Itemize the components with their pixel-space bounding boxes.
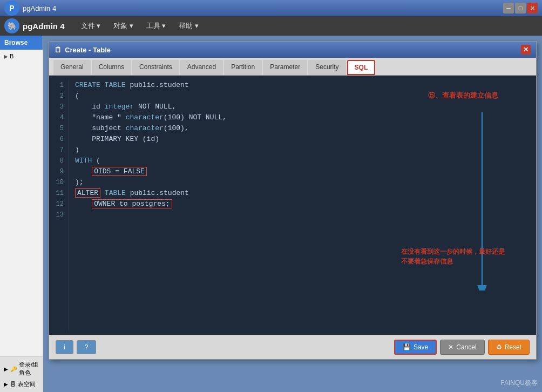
- dialog-title-icon: 🗒: [55, 46, 62, 54]
- dialog-title-bar: 🗒 Create - Table ✕: [49, 42, 536, 58]
- window-controls[interactable]: ─ □ ✕: [503, 3, 538, 13]
- code-line-5: subject character(100),: [75, 123, 411, 134]
- menu-file[interactable]: 文件 ▾: [76, 19, 106, 33]
- close-button[interactable]: ✕: [527, 3, 538, 13]
- code-line-1: CREATE TABLE public.student: [75, 80, 411, 91]
- sidebar-item-login-role[interactable]: ▶ 🔑 登录/组角色: [2, 359, 40, 379]
- menu-help[interactable]: 帮助 ▾: [173, 19, 204, 33]
- sidebar: Browse ▶ B ▶ 🔑 登录/组角色 ▶ 🗄 表空间: [0, 36, 43, 392]
- save-icon: 💾: [403, 343, 411, 351]
- sql-editor[interactable]: 1 2 3 4 5 6 7 8 9 10 11 12 13 CREATE TAB…: [49, 76, 536, 335]
- code-line-4: "name " character(100) NOT NULL,: [75, 112, 411, 123]
- info-button[interactable]: i: [56, 340, 73, 354]
- annotation-top-text: ⑤、查看表的建立信息: [428, 91, 498, 100]
- tablespace-label: 表空间: [18, 380, 36, 388]
- tab-constraints[interactable]: Constraints: [132, 60, 179, 75]
- menu-logo: 🐘 pgAdmin 4: [4, 18, 65, 33]
- title-bar-left: P pgAdmin 4: [4, 1, 56, 16]
- code-content: CREATE TABLE public.student ( id integer…: [69, 80, 417, 330]
- dialog-title-left: 🗒 Create - Table: [55, 46, 111, 54]
- tab-parameter[interactable]: Parameter: [263, 60, 307, 75]
- create-table-dialog: 🗒 Create - Table ✕ General Columns Const…: [49, 41, 537, 360]
- code-line-9: OIDS = FALSE: [75, 166, 411, 177]
- menu-bar: 🐘 pgAdmin 4 文件 ▾ 对象 ▾ 工具 ▾ 帮助 ▾: [0, 16, 542, 36]
- app-logo-icon: P: [4, 1, 19, 16]
- help-button[interactable]: ?: [77, 340, 97, 354]
- tab-advanced[interactable]: Advanced: [180, 60, 223, 75]
- tab-columns[interactable]: Columns: [92, 60, 131, 75]
- annotation-overlay: ⑤、查看表的建立信息 在没有看到这一步的时候，最好还是不要着急保存信息: [417, 80, 536, 330]
- sidebar-item-tablespace[interactable]: ▶ 🗄 表空间: [2, 379, 40, 390]
- menu-logo-text: pgAdmin 4: [23, 22, 65, 31]
- line-numbers: 1 2 3 4 5 6 7 8 9 10 11 12 13: [49, 80, 69, 330]
- code-line-8: WITH (: [75, 156, 411, 166]
- sidebar-tree-item-root[interactable]: ▶ B: [2, 52, 40, 60]
- maximize-button[interactable]: □: [515, 3, 526, 13]
- tree-item-label: B: [10, 53, 13, 59]
- sidebar-header: Browse: [0, 36, 43, 50]
- login-role-label: 登录/组角色: [19, 361, 39, 377]
- code-line-6: PRIMARY KEY (id): [75, 134, 411, 145]
- reset-button[interactable]: ♻ Reset: [488, 340, 530, 355]
- code-line-13: OWNER to postgres;: [75, 199, 411, 209]
- tab-security[interactable]: Security: [308, 60, 345, 75]
- cancel-icon: ✕: [448, 343, 453, 351]
- save-button[interactable]: 💾 Save: [394, 340, 437, 355]
- dialog-footer: i ? 💾 Save ✕ Cancel ♻ Reset: [49, 335, 536, 359]
- expand-icon2: ▶: [4, 381, 8, 387]
- menu-object[interactable]: 对象 ▾: [108, 19, 139, 33]
- code-line-3: id integer NOT NULL,: [75, 102, 411, 112]
- save-label: Save: [414, 343, 428, 351]
- reset-icon: ♻: [496, 343, 502, 351]
- cancel-label: Cancel: [456, 343, 476, 351]
- main-area: Browse ▶ B ▶ 🔑 登录/组角色 ▶ 🗄 表空间: [0, 36, 542, 392]
- code-line-10: );: [75, 177, 411, 188]
- expand-icon: ▶: [4, 366, 8, 372]
- code-line-7: ): [75, 145, 411, 156]
- sidebar-bottom: ▶ 🔑 登录/组角色 ▶ 🗄 表空间: [0, 356, 43, 392]
- footer-right: 💾 Save ✕ Cancel ♻ Reset: [394, 340, 530, 355]
- tab-general[interactable]: General: [53, 60, 91, 75]
- minimize-button[interactable]: ─: [503, 3, 514, 13]
- dialog-tabs: General Columns Constraints Advanced Par…: [49, 58, 536, 76]
- sidebar-content: ▶ B: [0, 50, 43, 356]
- title-bar: P pgAdmin 4 ─ □ ✕: [0, 0, 542, 16]
- reset-label: Reset: [505, 343, 521, 351]
- app-title: pgAdmin 4: [23, 4, 56, 12]
- menu-tools[interactable]: 工具 ▾: [141, 19, 172, 33]
- tab-sql[interactable]: SQL: [347, 60, 376, 75]
- tree-expand-icon: ▶: [4, 53, 8, 59]
- tab-partition[interactable]: Partition: [224, 60, 262, 75]
- code-line-12: ALTER TABLE public.student: [75, 188, 411, 199]
- dialog-title-text: Create - Table: [65, 46, 111, 54]
- footer-left: i ?: [56, 340, 96, 354]
- dialog-close-button[interactable]: ✕: [521, 45, 531, 55]
- cancel-button[interactable]: ✕ Cancel: [440, 340, 484, 355]
- content-area: 🗒 Create - Table ✕ General Columns Const…: [43, 36, 542, 392]
- code-line-2: (: [75, 91, 411, 102]
- watermark: FAINQU极客: [500, 379, 538, 388]
- menu-logo-icon: 🐘: [4, 18, 19, 33]
- annotation-bottom-text: 在没有看到这一步的时候，最好还是不要着急保存信息: [401, 247, 505, 267]
